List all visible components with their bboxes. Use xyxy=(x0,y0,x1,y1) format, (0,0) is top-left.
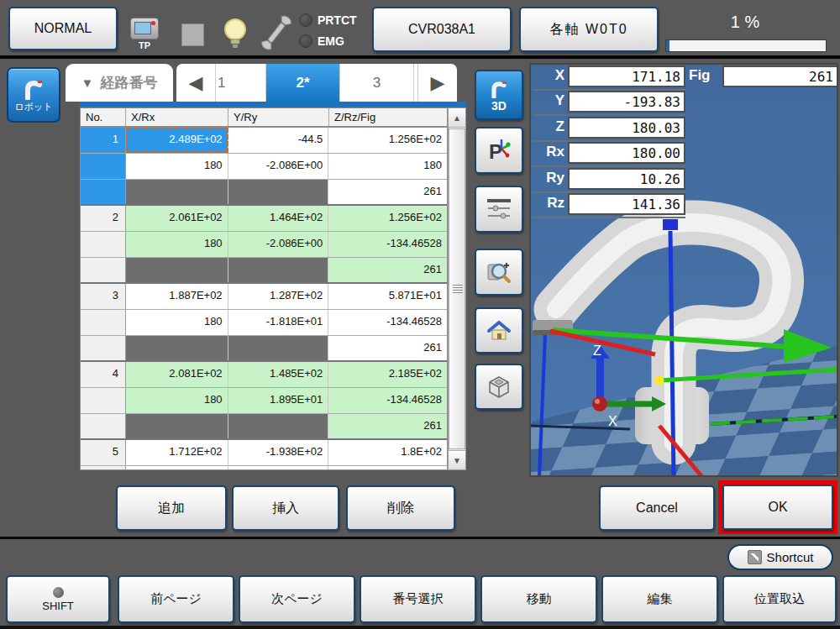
insert-button[interactable]: 挿入 xyxy=(232,485,339,531)
row-number-cell[interactable]: 2 xyxy=(81,206,126,231)
scroll-down-button[interactable]: ▼ xyxy=(449,450,465,469)
table-cell[interactable]: 1.887E+02 xyxy=(126,284,228,309)
table-cell[interactable]: -1.818E+01 xyxy=(228,310,329,335)
move-button[interactable]: 移動 xyxy=(480,575,597,623)
table-cell[interactable]: 180 xyxy=(126,388,228,413)
table-cell[interactable]: 261 xyxy=(328,180,447,204)
ok-button[interactable]: OK xyxy=(722,485,833,530)
display-settings-button[interactable] xyxy=(475,186,523,233)
table-cell[interactable] xyxy=(126,180,228,204)
jog-mode-button[interactable]: 各軸 W0T0 xyxy=(519,7,659,52)
table-cell[interactable]: 261 xyxy=(328,414,447,438)
path-tab-1[interactable]: 1 xyxy=(216,64,266,102)
row-number-cell[interactable] xyxy=(81,414,126,438)
shift-button[interactable]: SHIFT xyxy=(6,575,110,623)
table-cell[interactable] xyxy=(126,258,228,282)
table-cell[interactable]: -2.086E+00 xyxy=(228,232,329,257)
table-cell[interactable] xyxy=(228,258,329,282)
cube-view-button[interactable] xyxy=(475,364,523,410)
table-cell[interactable] xyxy=(328,466,447,470)
table-cell[interactable]: 1.256E+02 xyxy=(328,206,447,231)
delete-button[interactable]: 削除 xyxy=(346,485,455,531)
table-cell[interactable]: 1.712E+02 xyxy=(126,440,228,465)
path-tab-2-active[interactable]: 2* xyxy=(266,64,340,102)
add-button[interactable]: 追加 xyxy=(116,485,227,531)
table-cell[interactable] xyxy=(126,414,228,438)
robot-3d-viewport[interactable]: Z X X171.18Y-193.83Z180.03Rx180.00Ry10.2… xyxy=(529,63,838,477)
path-number-dropdown[interactable]: ▼ 経路番号 xyxy=(66,64,173,102)
scroll-up-button[interactable]: ▲ xyxy=(449,108,465,128)
robot-panel-button[interactable]: ロボット xyxy=(7,67,60,123)
table-cell[interactable]: 180 xyxy=(126,310,228,335)
table-cell[interactable] xyxy=(228,414,329,438)
row-number-cell[interactable] xyxy=(81,154,126,179)
row-number-cell[interactable]: 5 xyxy=(81,440,126,465)
edit-button[interactable]: 編集 xyxy=(601,575,718,623)
top-status-bar: NORMAL TP PRTCT xyxy=(0,0,840,55)
table-cell[interactable]: -134.46528 xyxy=(328,388,447,413)
table-cell[interactable]: 1.8E+02 xyxy=(328,440,447,465)
zoom-search-button[interactable] xyxy=(475,249,523,296)
table-cell[interactable]: -2.086E+00 xyxy=(228,154,329,179)
table-cell[interactable] xyxy=(228,466,329,470)
table-cell[interactable]: 180 xyxy=(126,154,228,179)
table-cell[interactable] xyxy=(126,336,228,360)
scrollbar-thumb[interactable] xyxy=(449,128,465,449)
speed-progress-fill xyxy=(666,40,669,51)
path-tab-3[interactable]: 3 xyxy=(340,64,414,102)
row-number-cell[interactable]: 1 xyxy=(81,128,126,153)
table-cell[interactable]: 180 xyxy=(126,232,228,257)
table-cell[interactable] xyxy=(126,466,228,470)
cancel-button[interactable]: Cancel xyxy=(599,485,715,531)
prev-page-button[interactable]: 前ページ xyxy=(118,575,234,623)
tab-scroll-left-button[interactable]: ◀ xyxy=(176,64,216,102)
get-position-button[interactable]: 位置取込 xyxy=(722,575,837,623)
row-number-cell[interactable]: 4 xyxy=(81,362,126,387)
table-cell[interactable]: 261 xyxy=(328,336,447,360)
row-number-cell[interactable] xyxy=(81,232,126,257)
table-cell[interactable]: 261 xyxy=(328,258,447,282)
shortcut-button[interactable]: Shortcut xyxy=(727,544,833,570)
table-cell[interactable] xyxy=(228,336,329,360)
tab-scroll-right-button[interactable]: ▶ xyxy=(417,64,457,102)
robot-button-label: ロボット xyxy=(14,101,52,113)
table-cell[interactable]: -1.938E+02 xyxy=(228,440,329,465)
table-cell[interactable]: -44.5 xyxy=(228,128,329,153)
row-number-cell[interactable] xyxy=(81,180,126,204)
table-cell[interactable]: -134.46528 xyxy=(328,310,447,335)
program-name-button[interactable]: CVR038A1 xyxy=(372,7,512,52)
row-number-cell[interactable]: 3 xyxy=(81,284,126,309)
svg-text:P: P xyxy=(489,140,502,163)
table-cell[interactable]: 2.081E+02 xyxy=(126,362,228,387)
table-cell[interactable]: 2.185E+02 xyxy=(328,362,447,387)
next-page-button[interactable]: 次ページ xyxy=(239,575,355,623)
table-cell[interactable]: 5.871E+01 xyxy=(328,284,447,309)
home-view-button[interactable] xyxy=(475,307,523,354)
table-cell[interactable]: 1.485E+02 xyxy=(228,362,329,387)
table-cell[interactable]: 2.061E+02 xyxy=(126,206,228,231)
row-number-cell[interactable] xyxy=(81,336,126,360)
row-number-cell[interactable] xyxy=(81,466,126,470)
row-number-cell[interactable] xyxy=(81,388,126,413)
number-select-button[interactable]: 番号選択 xyxy=(360,575,476,623)
table-row: 180-1.818E+01-134.46528 xyxy=(81,310,447,336)
table-cell[interactable] xyxy=(228,180,329,204)
mode-normal-button[interactable]: NORMAL xyxy=(8,7,118,50)
wrench-icon xyxy=(259,13,294,52)
row-number-cell[interactable] xyxy=(81,258,126,282)
sliders-icon xyxy=(486,197,512,221)
table-cell[interactable]: 1.464E+02 xyxy=(228,206,329,231)
table-scrollbar[interactable]: ▲ ▼ xyxy=(448,107,466,470)
table-cell[interactable]: 180 xyxy=(328,154,447,179)
table-cell[interactable]: 1.895E+01 xyxy=(228,388,329,413)
table-cell[interactable]: 2.489E+02 xyxy=(126,128,228,153)
ok-label: OK xyxy=(768,500,787,515)
table-cell[interactable]: -134.46528 xyxy=(328,232,447,257)
row-number-cell[interactable] xyxy=(81,310,126,335)
table-cell[interactable]: 1.256E+02 xyxy=(328,128,447,153)
position-axes-button[interactable]: P xyxy=(475,127,523,174)
table-row: 12.489E+02-44.51.256E+02 xyxy=(81,128,447,154)
view-3d-button[interactable]: 3D xyxy=(475,70,523,120)
table-cell[interactable]: 1.287E+02 xyxy=(228,284,329,309)
pose-value: 141.36 xyxy=(568,193,685,215)
